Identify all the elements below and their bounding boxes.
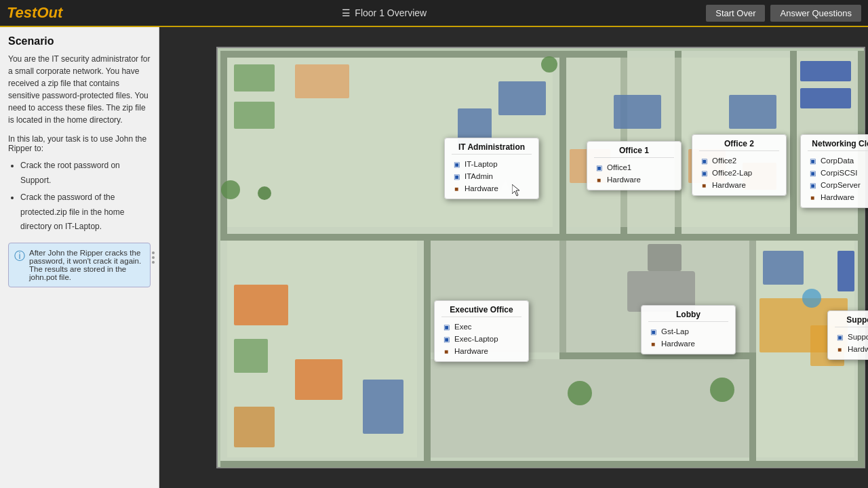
task-list: Crack the root password on Support. Crac… [8, 159, 151, 235]
support-item[interactable]: ▣ Support [835, 331, 868, 343]
it-laptop-item[interactable]: ▣ IT-Laptop [452, 158, 532, 170]
support-title: Support Office [835, 315, 868, 327]
hardware-icon-7: ■ [835, 344, 844, 354]
hardware-icon-3: ■ [699, 180, 709, 190]
svg-rect-42 [648, 244, 682, 271]
svg-rect-2 [220, 51, 227, 241]
start-over-button[interactable]: Start Over [706, 5, 765, 22]
it-admin-hardware-item[interactable]: ■ Hardware [452, 182, 532, 195]
task-intro: In this lab, your task is to use John th… [8, 134, 151, 153]
hardware-icon: ■ [452, 184, 461, 193]
corpiscsi-item[interactable]: ▣ CorpiSCSI [808, 167, 868, 179]
floor-background [159, 27, 868, 488]
monitor-icon-5: ▣ [699, 168, 709, 178]
office1-hardware-label: Hardware [607, 176, 641, 184]
svg-point-51 [541, 56, 557, 73]
header: TestOut ☰ Floor 1 Overview Start Over An… [0, 0, 868, 27]
room-card-office2: Office 2 ▣ Office2 ▣ Office2-Lap ■ Hardw… [692, 134, 787, 196]
svg-point-44 [710, 378, 734, 402]
svg-point-52 [802, 289, 821, 308]
office1-label: Office1 [607, 163, 631, 171]
scenario-title: Scenario [8, 35, 151, 47]
support-label: Support [848, 333, 868, 341]
exec-laptop-item[interactable]: ▣ Exec-Laptop [441, 333, 521, 345]
exec-laptop-label: Exec-Laptop [454, 335, 498, 343]
room-card-office1: Office 1 ▣ Office1 ■ Hardware [587, 141, 682, 190]
logo: TestOut [7, 4, 62, 22]
gst-lap-item[interactable]: ▣ Gst-Lap [648, 325, 728, 338]
office1-item[interactable]: ▣ Office1 [594, 161, 674, 174]
itadmin-item[interactable]: ▣ ITAdmin [452, 170, 532, 182]
svg-rect-38 [363, 380, 403, 434]
networking-hardware-item[interactable]: ■ Hardware [808, 191, 868, 203]
lobby-hardware-item[interactable]: ■ Hardware [648, 338, 728, 350]
svg-point-43 [568, 381, 592, 405]
svg-rect-37 [295, 359, 342, 400]
lobby-title: Lobby [648, 310, 728, 322]
sidebar: Scenario You are the IT security adminis… [0, 27, 159, 488]
svg-rect-36 [234, 285, 288, 325]
room-card-lobby: Lobby ▣ Gst-Lap ■ Hardware [641, 305, 736, 354]
svg-point-50 [258, 186, 271, 200]
office2-label: Office2 [712, 157, 736, 165]
office2-lap-label: Office2-Lap [712, 169, 752, 177]
svg-rect-48 [837, 251, 854, 291]
svg-rect-39 [234, 407, 275, 447]
hardware-icon-4: ■ [808, 192, 817, 202]
svg-rect-7 [790, 51, 797, 241]
hardware-icon-2: ■ [594, 175, 604, 184]
exec-title: Executive Office [441, 305, 521, 317]
office2-lap-item[interactable]: ▣ Office2-Lap [699, 167, 779, 179]
corpserver-label: CorpServer [821, 181, 861, 189]
lobby-hardware-label: Hardware [661, 340, 695, 348]
monitor-icon-12: ▣ [835, 332, 844, 342]
hardware-icon-6: ■ [648, 339, 658, 348]
monitor-icon-2: ▣ [452, 171, 461, 181]
svg-rect-14 [220, 461, 865, 468]
sidebar-resize-handle[interactable] [152, 251, 155, 264]
support-hardware-label: Hardware [848, 345, 868, 353]
svg-rect-46 [763, 251, 804, 285]
corpdata-item[interactable]: ▣ CorpData [808, 155, 868, 167]
floor-label-text: Floor 1 Overview [355, 7, 427, 18]
room-card-exec: Executive Office ▣ Exec ▣ Exec-Laptop ■ … [434, 300, 529, 362]
networking-title: Networking Closet [808, 139, 868, 151]
corpserver-item[interactable]: ▣ CorpServer [808, 179, 868, 191]
exec-item[interactable]: ▣ Exec [441, 321, 521, 333]
hardware-icon-5: ■ [441, 346, 451, 356]
office2-hardware-item[interactable]: ■ Hardware [699, 179, 779, 191]
svg-rect-10 [424, 234, 431, 464]
room-card-support: Support Office ▣ Support ■ Hardware [827, 310, 868, 360]
floorplan-area: IT Administration ▣ IT-Laptop ▣ ITAdmin … [159, 27, 868, 488]
header-buttons: Start Over Answer Questions [706, 5, 861, 22]
monitor-icon: ▣ [452, 159, 461, 169]
itadmin-label: ITAdmin [465, 172, 493, 180]
monitor-icon-7: ▣ [808, 168, 817, 178]
office2-hardware-label: Hardware [712, 181, 746, 189]
corpdata-label: CorpData [821, 157, 854, 165]
room-card-it-admin: IT Administration ▣ IT-Laptop ▣ ITAdmin … [444, 138, 539, 199]
corpiscsi-label: CorpiSCSI [821, 169, 857, 177]
it-laptop-label: IT-Laptop [465, 160, 498, 168]
main-content: Scenario You are the IT security adminis… [0, 27, 868, 488]
office1-hardware-item[interactable]: ■ Hardware [594, 174, 674, 186]
floor-icon: ☰ [342, 7, 351, 18]
svg-rect-23 [431, 359, 749, 458]
svg-rect-26 [295, 64, 349, 98]
svg-rect-24 [234, 64, 275, 92]
svg-point-49 [221, 180, 240, 199]
exec-hardware-item[interactable]: ■ Hardware [441, 345, 521, 357]
it-admin-hardware-label: Hardware [465, 184, 498, 192]
monitor-icon-8: ▣ [808, 180, 817, 190]
exec-label: Exec [454, 323, 472, 331]
monitor-icon-6: ▣ [808, 156, 817, 165]
task-item-2: Crack the password of the protected.zip … [20, 190, 151, 235]
info-box: ⓘ After John the Ripper cracks the passw… [8, 243, 151, 287]
svg-rect-4 [559, 51, 566, 241]
answer-questions-button[interactable]: Answer Questions [770, 5, 861, 22]
monitor-icon-4: ▣ [699, 156, 709, 165]
it-admin-title: IT Administration [452, 142, 532, 155]
gst-lap-label: Gst-Lap [661, 327, 689, 336]
office2-item[interactable]: ▣ Office2 [699, 155, 779, 167]
support-hardware-item[interactable]: ■ Hardware [835, 343, 868, 355]
